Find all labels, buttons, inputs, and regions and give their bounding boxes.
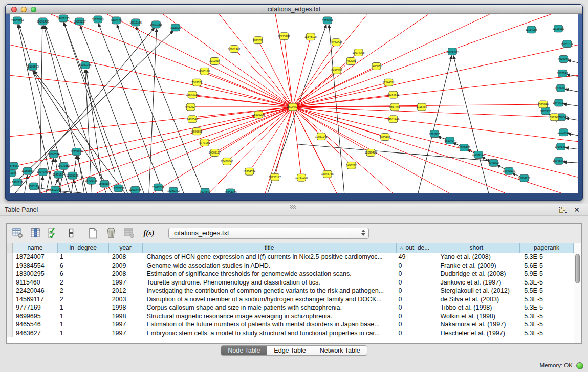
graph-node[interactable]: 17359928 <box>71 148 83 156</box>
table-row[interactable]: 969969511998Structural magnetic resonanc… <box>7 312 574 321</box>
table-vertical-scrollbar[interactable] <box>574 243 581 343</box>
graph-node[interactable]: 15751074 <box>561 40 573 48</box>
table-row[interactable]: 1872400712008Changes of HCN gene express… <box>7 253 574 261</box>
graph-node[interactable]: 12444151 <box>553 99 565 106</box>
graph-node[interactable]: 14653195 <box>57 15 70 22</box>
graph-node[interactable]: 10946422 <box>472 151 485 158</box>
graph-node[interactable]: 12103415 <box>557 129 570 136</box>
graph-node-selected[interactable]: 16164611 <box>387 91 399 98</box>
table-mode-icon[interactable] <box>12 228 23 239</box>
graph-node-selected[interactable]: 9699695 <box>191 128 202 135</box>
graph-node[interactable]: 7515526 <box>170 24 181 31</box>
graph-node-selected[interactable]: 9777169 <box>199 139 210 146</box>
graph-node-selected[interactable]: 12215387 <box>278 33 290 40</box>
graph-node[interactable]: 16795725 <box>85 177 97 184</box>
graph-node-selected[interactable]: 9660128 <box>199 68 210 75</box>
panel-resize-grip[interactable] <box>290 205 296 209</box>
graph-node[interactable]: 13942757 <box>37 168 49 176</box>
delete-column-icon[interactable] <box>105 228 117 239</box>
unselect-all-columns-icon[interactable] <box>66 228 77 239</box>
table-row[interactable]: 911546021997Tourette syndrome. Phenomeno… <box>7 278 574 287</box>
graph-node-selected[interactable]: 13051345 <box>315 133 328 140</box>
graph-node[interactable]: 21053346 <box>79 61 92 69</box>
graph-node[interactable]: 6466160 <box>111 17 122 24</box>
graph-node[interactable]: 24055724 <box>11 17 24 24</box>
graph-node[interactable]: 10945372 <box>553 157 565 164</box>
scrollbar-thumb[interactable] <box>575 254 580 283</box>
graph-node-selected[interactable]: 9463627 <box>185 103 196 111</box>
graph-node-selected[interactable]: 1595844 <box>538 101 549 108</box>
table-row[interactable]: 2242004622012Investigating the contribut… <box>7 287 574 295</box>
graph-node[interactable]: 8313074 <box>322 17 333 24</box>
column-header-short[interactable]: short <box>433 243 520 253</box>
column-header-year[interactable]: year <box>109 243 143 253</box>
graph-node[interactable]: 9227343 <box>557 70 568 77</box>
graph-node[interactable]: 11125082 <box>553 25 564 32</box>
graph-node-selected[interactable]: 16961343 <box>228 46 240 53</box>
graph-node[interactable]: 15276021 <box>92 16 104 23</box>
zoom-window-button[interactable] <box>31 7 36 12</box>
graph-node[interactable]: 14671355 <box>150 21 162 28</box>
graph-node-selected[interactable]: 10933425 <box>548 114 560 121</box>
graph-node-selected[interactable]: 16758127 <box>269 173 281 181</box>
graph-node-selected[interactable]: 9857791 <box>389 103 400 111</box>
graph-node-selected[interactable]: 9115460 <box>417 103 427 111</box>
graph-node-selected[interactable]: 9465546 <box>187 116 198 123</box>
graph-node[interactable]: 16782759 <box>112 185 124 192</box>
network-canvas[interactable]: 2405572420691406146531951063525715276021… <box>10 14 578 193</box>
graph-node[interactable]: 9930313 <box>12 179 23 186</box>
float-panel-icon[interactable] <box>559 207 567 213</box>
table-row[interactable]: 946554611997Estimation of the future num… <box>7 320 574 329</box>
graph-node-selected[interactable]: 11544091 <box>383 79 395 86</box>
graph-node-selected[interactable]: 6497568 <box>331 67 342 74</box>
table-row[interactable]: 1938455462009Genome-wide association stu… <box>7 261 574 270</box>
graph-node-selected[interactable]: 3912954 <box>209 58 220 65</box>
graph-node[interactable]: 3913194 <box>10 169 16 177</box>
graph-node[interactable]: 12505125 <box>67 172 79 179</box>
memory-status-indicator[interactable] <box>576 362 583 369</box>
column-header-out-degree[interactable]: △out_de... <box>397 243 433 253</box>
graph-node[interactable]: 9245022 <box>488 159 499 166</box>
graph-node[interactable]: 9115955 <box>540 107 551 115</box>
tab-node-table[interactable]: Node Table <box>221 346 267 355</box>
tab-edge-table[interactable]: Edge Table <box>267 346 312 355</box>
graph-node[interactable]: 10719185 <box>129 19 142 26</box>
graph-node[interactable]: 10943532 <box>503 167 515 174</box>
graph-node[interactable]: 9619797 <box>444 137 455 144</box>
graph-node-selected[interactable]: 7625402 <box>380 134 390 141</box>
graph-node-selected[interactable]: 10751398 <box>295 174 308 181</box>
table-row[interactable]: 1456911722003Disruption of a novel membe… <box>7 295 574 304</box>
close-panel-icon[interactable]: ✕ <box>574 206 580 214</box>
graph-node-selected[interactable]: 11548108 <box>304 33 316 40</box>
graph-node[interactable]: 7875061 <box>10 162 19 169</box>
graph-node[interactable]: 17106353 <box>555 143 567 150</box>
graph-node[interactable]: 16354478 <box>225 189 237 193</box>
graph-node-selected[interactable]: 7485083 <box>371 62 382 70</box>
graph-node[interactable]: 12093872 <box>555 84 567 92</box>
graph-node[interactable]: 11451924 <box>53 171 64 178</box>
graph-node-selected[interactable]: 18300295 <box>252 111 265 118</box>
create-column-icon[interactable] <box>88 228 99 239</box>
graph-node-selected[interactable]: 9893021 <box>253 37 264 44</box>
graph-node[interactable]: 11154088 <box>526 26 537 33</box>
graph-node-selected[interactable]: 7663822 <box>191 79 202 86</box>
table-row[interactable]: 977716911998Corpus callosum shape and si… <box>7 303 574 312</box>
graph-node-selected[interactable]: 7462081 <box>345 58 356 65</box>
citation-network-graph[interactable]: 2405572420691406146531951063525715276021… <box>10 14 578 193</box>
graph-node[interactable]: 10975887 <box>58 162 70 169</box>
graph-node-selected[interactable]: 16046755 <box>321 170 334 178</box>
column-header-pagerank[interactable]: pagerank <box>520 243 574 253</box>
graph-node-selected[interactable]: 18724007 <box>287 103 299 111</box>
graph-node-selected[interactable]: 19384554 <box>243 168 255 175</box>
tab-network-table[interactable]: Network Table <box>313 346 367 355</box>
network-window-titlebar[interactable]: citations_edges.txt <box>6 5 582 14</box>
graph-node[interactable]: 16648794 <box>446 48 459 55</box>
graph-node[interactable]: 20691406 <box>37 18 49 25</box>
table-row[interactable]: 946362711997Embryonic stem cells: a mode… <box>7 329 574 338</box>
select-all-columns-icon[interactable] <box>48 228 59 239</box>
graph-node[interactable]: 11156869 <box>21 167 33 174</box>
graph-node-selected[interactable]: 12099481 <box>365 149 377 156</box>
graph-node-selected[interactable]: 16543318 <box>186 91 199 98</box>
graph-node[interactable]: 25106593 <box>27 63 39 70</box>
graph-node[interactable]: 18280342 <box>167 187 180 193</box>
